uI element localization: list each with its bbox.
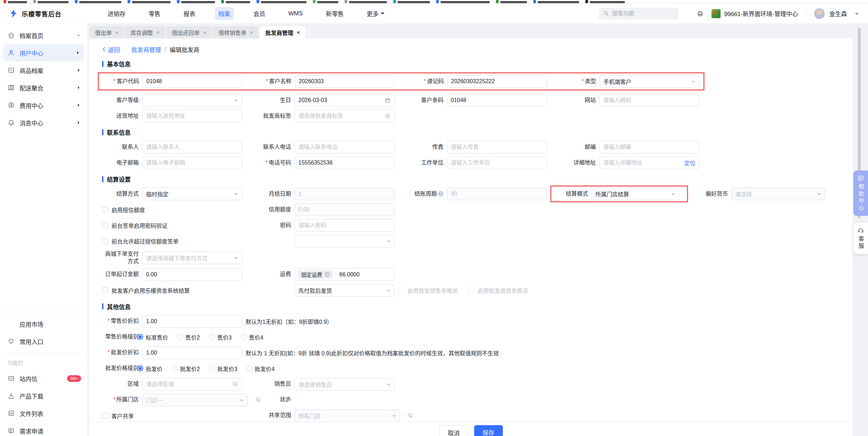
info-icon[interactable]: ? (438, 191, 443, 196)
website-value[interactable] (603, 97, 695, 103)
min-order-input[interactable] (142, 268, 242, 281)
workplace-value[interactable] (451, 160, 543, 166)
bookmark-item[interactable] (533, 0, 579, 3)
collapse-sidebar-icon[interactable] (76, 33, 81, 38)
website-input[interactable] (599, 94, 699, 107)
bookmark-item[interactable] (33, 0, 68, 3)
global-search[interactable] (599, 8, 679, 20)
email-input[interactable] (142, 157, 242, 169)
zip-value[interactable] (603, 144, 695, 150)
radio-wholesale-price[interactable]: 批发价 (137, 364, 162, 373)
freight-value[interactable]: 66.0000 (335, 271, 391, 278)
radio-wholesale-price3[interactable]: 批发价3 (209, 364, 237, 373)
push-return-checkbox[interactable] (468, 287, 474, 293)
bookmark-item[interactable] (496, 0, 527, 3)
tab-stock-adjust[interactable]: 库存调整× (125, 26, 165, 38)
radio-standard-price[interactable]: 标准售价 (137, 333, 168, 341)
phone-number-value[interactable] (298, 160, 391, 166)
menu-item-invoicing[interactable]: 进销存 (104, 7, 129, 20)
password-input[interactable] (295, 219, 395, 232)
fund-system-checkbox[interactable] (102, 287, 108, 293)
sidebar-item-inbox[interactable]: 站内信 99+ (0, 370, 87, 387)
address-input[interactable]: 定位 (599, 157, 699, 169)
sidebar-item-downloads[interactable]: 产品下载 (0, 387, 87, 405)
over-credit-checkbox[interactable] (102, 238, 108, 244)
sidebar-item-fee-center[interactable]: 费用中心 (0, 96, 87, 114)
retail-discount-input[interactable] (142, 315, 242, 328)
salesman-select[interactable]: 请选择销售员 (295, 378, 395, 391)
sidebar-item-file-list[interactable]: 文件列表 (0, 405, 87, 422)
menu-item-wms[interactable]: WMS (285, 8, 306, 19)
share-scope-select[interactable]: 所有门店 (295, 409, 400, 422)
wholesaler-tags-value[interactable] (298, 113, 382, 119)
customer-name-value[interactable] (299, 78, 391, 85)
bookmark-item[interactable] (128, 0, 171, 3)
customer-service-widget[interactable]: 客服 (853, 223, 868, 254)
sidebar-item-favorites[interactable]: 常用入口 (0, 333, 87, 350)
bookmark-item[interactable] (75, 0, 121, 3)
calendar-icon[interactable] (385, 97, 391, 103)
currency-select[interactable]: 请选择 (731, 188, 825, 200)
phone-number-input[interactable] (295, 157, 395, 169)
birthday-value[interactable] (298, 97, 382, 103)
customer-share-checkbox[interactable] (102, 413, 108, 419)
bookmark-item[interactable] (393, 0, 430, 3)
radio-price3[interactable]: 售价3 (209, 333, 232, 341)
sidebar-item-message-center[interactable]: 消息中心 (0, 114, 87, 131)
radio-wholesale-price4[interactable]: 批发价4 (246, 364, 275, 373)
level-select[interactable] (142, 94, 242, 107)
workplace-input[interactable] (447, 157, 547, 169)
bookmark-item[interactable] (3, 0, 27, 3)
contact-person-value[interactable] (146, 144, 238, 150)
menu-item-new-retail[interactable]: 新零售 (323, 7, 347, 20)
fax-input[interactable] (447, 141, 547, 153)
address-value[interactable] (603, 160, 681, 166)
sidebar-item-delivery[interactable]: 配送聚合 (0, 79, 87, 96)
radio-price2[interactable]: 售价2 (177, 333, 200, 341)
store-select[interactable]: 门店一 (142, 394, 248, 406)
password-value[interactable] (298, 222, 391, 228)
fund-mode-select[interactable]: 先付款后发货 (295, 284, 395, 297)
search-icon[interactable] (407, 413, 413, 419)
help-center-widget[interactable]: 帮助中心 (853, 170, 868, 216)
sidebar-item-app-market[interactable]: 应用市场 (0, 315, 87, 333)
tab-loan-order[interactable]: 借出单× (89, 26, 124, 38)
user-name[interactable]: 金生森 (829, 9, 847, 18)
user-avatar[interactable] (814, 8, 825, 19)
type-select[interactable]: 手机端客户 (600, 75, 700, 88)
settle-method-select[interactable]: 临时指定 (142, 188, 242, 200)
bookmark-item[interactable] (585, 0, 625, 3)
email-value[interactable] (146, 160, 238, 166)
remove-tag-icon[interactable]: × (325, 272, 330, 277)
mnemonic-value[interactable] (451, 78, 543, 85)
printer-icon[interactable] (697, 10, 704, 17)
sidebar-item-user-center[interactable]: 用户中心 (3, 44, 84, 61)
birthday-input[interactable] (295, 94, 395, 107)
close-icon[interactable]: × (115, 29, 118, 35)
push-sale-checkbox[interactable] (398, 287, 404, 293)
mnemonic-input[interactable] (447, 75, 547, 88)
mall-pay-select[interactable]: 请选择商城下单支付方式 (142, 252, 242, 264)
sidebar-item-archive-home[interactable]: 档案首页 (0, 27, 87, 44)
bookmark-item[interactable] (345, 0, 387, 3)
customer-code-value[interactable] (146, 78, 239, 85)
contact-phone-input[interactable] (295, 141, 395, 153)
menu-item-retail[interactable]: 零售 (145, 7, 164, 20)
locate-link[interactable]: 定位 (684, 159, 695, 167)
retail-discount-value[interactable] (146, 318, 238, 325)
close-icon[interactable]: × (297, 29, 300, 35)
delivery-address-value[interactable] (146, 113, 238, 119)
region-value[interactable] (146, 381, 230, 387)
region-input[interactable] (142, 378, 242, 391)
freight-input[interactable]: 固定运费× 66.0000 (295, 268, 395, 281)
store-name[interactable]: 99661-新界面环境-管理中心 (724, 9, 798, 18)
min-order-value[interactable] (146, 271, 238, 278)
delivery-address-input[interactable] (142, 110, 242, 122)
fax-value[interactable] (451, 144, 543, 150)
sidebar-item-goods-archive[interactable]: 商品档案 (0, 61, 87, 79)
search-input[interactable] (612, 10, 674, 17)
wholesale-discount-input[interactable] (142, 347, 242, 359)
enable-credit-checkbox[interactable] (102, 207, 108, 213)
bookmark-item[interactable] (177, 0, 215, 3)
contact-person-input[interactable] (142, 141, 242, 153)
